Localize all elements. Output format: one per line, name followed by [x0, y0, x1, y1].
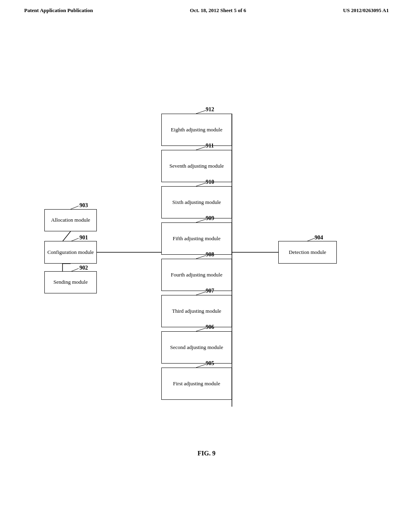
box-901: Configuration module	[44, 241, 97, 264]
box-903: Allocation module	[44, 209, 97, 231]
header-right: US 2012/0263095 A1	[343, 7, 389, 14]
box-905: First adjusting module	[161, 368, 232, 400]
box-912: Eighth adjusting module	[161, 114, 232, 146]
box-906: Second adjusting module	[161, 331, 232, 364]
label-912: 912	[206, 106, 214, 113]
header-middle: Oct. 18, 2012 Sheet 5 of 6	[190, 7, 246, 14]
box-910: Sixth adjusting module	[161, 186, 232, 218]
diagram-area: Allocation module 903 Configuration modu…	[0, 26, 413, 469]
page-header: Patent Application Publication Oct. 18, …	[0, 0, 413, 14]
label-903: 903	[79, 202, 88, 209]
svg-line-13	[196, 328, 206, 331]
label-907: 907	[206, 288, 214, 294]
svg-line-7	[196, 110, 206, 114]
label-910: 910	[206, 179, 214, 185]
svg-line-8	[196, 147, 206, 150]
svg-line-14	[196, 364, 206, 368]
label-901: 901	[79, 235, 88, 241]
label-902: 902	[79, 265, 88, 271]
box-911: Seventh adjusting module	[161, 150, 232, 182]
box-907: Third adjusting module	[161, 295, 232, 327]
box-902: Sending module	[44, 271, 97, 293]
label-905: 905	[206, 360, 214, 367]
label-911: 911	[206, 143, 214, 149]
svg-line-15	[71, 206, 79, 209]
svg-line-11	[196, 256, 206, 259]
label-906: 906	[206, 324, 214, 330]
label-908: 908	[206, 251, 214, 258]
svg-line-12	[196, 292, 206, 295]
svg-line-10	[196, 219, 206, 222]
header-left: Patent Application Publication	[24, 7, 93, 14]
box-909: Fifth adjusting module	[161, 222, 232, 255]
label-904: 904	[315, 235, 323, 241]
figure-caption: FIG. 9	[0, 450, 413, 457]
svg-line-9	[196, 183, 206, 186]
box-908: Fourth adjusting module	[161, 259, 232, 291]
box-904: Detection module	[278, 241, 337, 264]
label-909: 909	[206, 215, 214, 222]
svg-line-1	[63, 231, 71, 241]
